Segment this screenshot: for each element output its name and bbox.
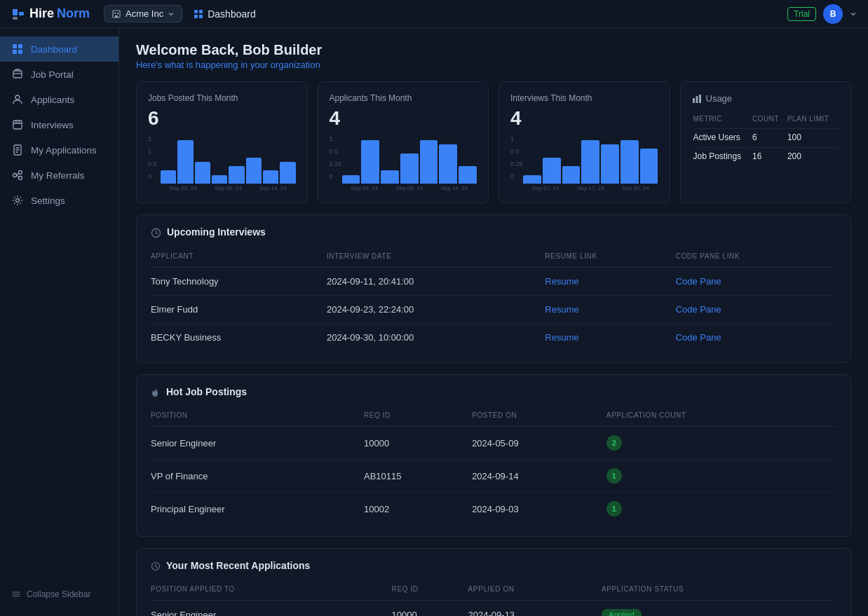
interview-code-pane-link[interactable]: Code Pane	[676, 267, 836, 295]
sidebar-item-applicants[interactable]: Applicants	[0, 87, 118, 112]
ra-reqid: 10000	[392, 601, 468, 616]
collapse-sidebar-label: Collapse Sidebar	[27, 589, 90, 599]
chart-bar	[400, 153, 419, 184]
interviews-value: 4	[510, 107, 658, 130]
breadcrumb-label: Dashboard	[208, 8, 256, 20]
interview-resume-link[interactable]: Resume	[545, 295, 675, 323]
ra-reqid-header: REQ ID	[392, 581, 468, 601]
recent-applications-section: Your Most Recent Applications POSITION A…	[136, 548, 851, 616]
hot-jobs-body: Senior Engineer 10000 2024-05-09 2 VP of…	[151, 427, 836, 526]
interview-code-pane-link[interactable]: Code Pane	[676, 295, 836, 323]
applicants-card: Applicants This Month 4 10.50.250 Sep 03…	[318, 81, 489, 203]
hj-posted-header: POSTED ON	[472, 407, 606, 427]
sidebar-item-my-referrals[interactable]: My Referrals	[0, 163, 118, 188]
ui-resume-header: RESUME LINK	[545, 248, 675, 268]
chart-bar	[229, 166, 244, 184]
upcoming-interviews-section: Upcoming Interviews APPLICANT INTERVIEW …	[136, 214, 851, 363]
ui-codepane-header: CODE PANE LINK	[676, 248, 836, 268]
chart-bar	[621, 140, 639, 184]
svg-rect-7	[194, 10, 198, 13]
interviews-chart: 10.50.250 Sep 07, 24Sep 17, 24Sep 30, 24	[510, 135, 658, 191]
applicants-icon	[11, 93, 24, 106]
svg-rect-9	[194, 15, 198, 18]
svg-rect-8	[199, 10, 203, 13]
interview-applicant: BECKY Business	[151, 323, 327, 351]
ra-status-header: APPLICATION STATUS	[602, 581, 836, 601]
interviews-card: Interviews This Month 4 10.50.250 Sep 07…	[499, 81, 670, 203]
jobs-posted-card: Jobs Posted This Month 6 210.50 Sep 03, …	[136, 81, 308, 203]
usage-table-body: Active Users 6 100 Job Postings 16 200	[693, 128, 839, 165]
sidebar-item-my-referrals-label: My Referrals	[31, 170, 85, 181]
usage-plan-header: PLAN LIMIT	[787, 114, 838, 127]
hj-reqid: AB10115	[364, 460, 472, 493]
sidebar-item-settings[interactable]: Settings	[0, 188, 118, 213]
upcoming-interviews-table: APPLICANT INTERVIEW DATE RESUME LINK COD…	[151, 248, 836, 351]
fire-icon	[151, 386, 161, 397]
clock-icon	[151, 226, 161, 238]
applicants-chart: 10.50.250 Sep 03, 24Sep 08, 24Sep 14, 24	[330, 135, 477, 191]
interview-code-pane-link[interactable]: Code Pane	[676, 323, 836, 351]
svg-point-16	[15, 95, 20, 100]
chart-bar	[342, 175, 360, 184]
hj-count: 2	[606, 427, 836, 460]
recent-apps-header: Your Most Recent Applications	[151, 560, 836, 571]
interview-applicant: Elmer Fudd	[151, 295, 327, 323]
sidebar-item-job-portal[interactable]: Job Portal	[0, 62, 118, 87]
hj-position-header: POSITION	[151, 407, 364, 427]
chart-bar	[439, 144, 457, 184]
svg-rect-15	[13, 71, 22, 78]
svg-rect-10	[199, 15, 203, 18]
interviews-bars	[523, 140, 658, 184]
ra-applied: 2024-09-13	[468, 601, 602, 616]
logo: HireNorm	[11, 6, 90, 22]
applicants-bars	[342, 140, 477, 184]
my-referrals-icon	[11, 169, 24, 182]
collapse-sidebar-button[interactable]: Collapse Sidebar	[0, 581, 118, 608]
chart-bar	[212, 175, 227, 184]
sidebar-item-job-portal-label: Job Portal	[31, 69, 74, 80]
jobs-chart: 210.50 Sep 03, 24Sep 08, 24Sep 14, 24	[148, 135, 296, 191]
interviews-y-labels: 10.50.250	[510, 135, 522, 180]
usage-table: METRIC COUNT PLAN LIMIT Active Users 6 1…	[692, 112, 840, 166]
collapse-icon	[11, 589, 21, 599]
logo-hire: Hire	[29, 6, 54, 21]
job-portal-icon	[11, 68, 24, 81]
hj-posted: 2024-09-03	[472, 493, 606, 526]
ra-status: Applied	[602, 601, 836, 616]
chevron-down-icon-avatar[interactable]	[850, 11, 857, 18]
sidebar-item-interviews-label: Interviews	[31, 120, 74, 130]
jobs-y-labels: 210.50	[148, 135, 159, 180]
usage-row: Job Postings 16 200	[693, 147, 839, 165]
usage-card: Usage METRIC COUNT PLAN LIMIT Active Use…	[680, 81, 852, 203]
chart-bar	[420, 140, 438, 184]
usage-row: Active Users 6 100	[693, 128, 839, 146]
usage-plan-cell: 200	[787, 147, 838, 165]
recent-apps-title: Your Most Recent Applications	[166, 560, 310, 571]
history-icon	[151, 560, 161, 571]
interview-resume-link[interactable]: Resume	[545, 267, 675, 295]
svg-rect-5	[117, 13, 118, 14]
avatar[interactable]: B	[823, 4, 843, 24]
sidebar-item-my-applications[interactable]: My Applications	[0, 137, 118, 163]
svg-rect-1	[19, 12, 24, 15]
interview-row: Tony Technology 2024-09-11, 20:41:00 Res…	[151, 267, 836, 295]
interviews-title: Interviews This Month	[510, 93, 658, 103]
svg-rect-25	[699, 95, 701, 103]
breadcrumb: Dashboard	[194, 8, 256, 20]
jobs-x-labels: Sep 03, 24Sep 08, 24Sep 14, 24	[161, 185, 296, 191]
sidebar-item-interviews[interactable]: Interviews	[0, 112, 118, 137]
interview-date: 2024-09-23, 22:24:00	[327, 295, 545, 323]
sidebar-item-dashboard[interactable]: Dashboard	[0, 36, 118, 62]
recent-apps-body: Senior Engineer 10000 2024-09-13 Applied	[151, 601, 836, 616]
interview-resume-link[interactable]: Resume	[545, 323, 675, 351]
company-selector[interactable]: Acme Inc	[104, 5, 182, 22]
main-content: Welcome Back, Bob Builder Here's what is…	[119, 28, 868, 616]
chart-bar	[361, 140, 379, 184]
dashboard-icon	[11, 43, 24, 55]
svg-rect-4	[114, 13, 116, 14]
svg-point-20	[19, 171, 22, 174]
topnav-right: Trial B	[787, 4, 857, 24]
grid-icon	[194, 9, 203, 19]
sidebar-item-settings-label: Settings	[31, 196, 65, 206]
company-name: Acme Inc	[126, 8, 163, 19]
